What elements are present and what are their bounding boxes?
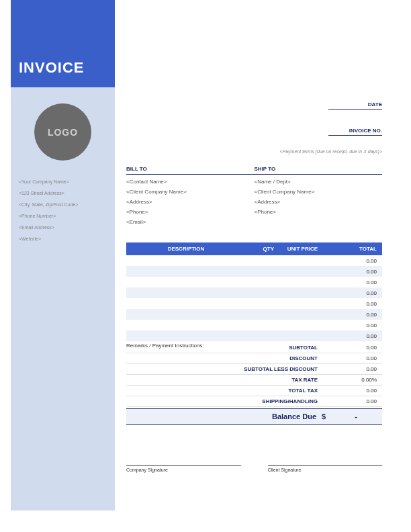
- company-info: <Your Company Name> <123 Street Address>…: [11, 179, 115, 241]
- tax-rate-label: TAX RATE: [126, 377, 322, 383]
- table-row: 0.00: [126, 330, 382, 341]
- table-row: 0.00: [126, 266, 382, 277]
- bill-to-phone: <Phone>: [126, 209, 255, 215]
- table-row: 0.00: [126, 309, 382, 320]
- company-signature: Company Signature: [126, 465, 241, 472]
- bill-to-company: <Client Company Name>: [126, 189, 255, 195]
- table-row: 0.00: [126, 298, 382, 309]
- balance-due-row: Balance Due $ -: [126, 408, 382, 425]
- invoice-header: INVOICE: [11, 0, 115, 87]
- cell-total: 0.00: [322, 301, 382, 307]
- subtotal-less-row: SUBTOTAL LESS DISCOUNT 0.00: [126, 364, 382, 375]
- logo-placeholder: LOGO: [34, 103, 91, 161]
- table-row: 0.00: [126, 255, 382, 266]
- company-phone: <Phone Number>: [19, 214, 115, 218]
- totals: SUBTOTAL 0.00 DISCOUNT 0.00 SUBTOTAL LES…: [126, 343, 382, 425]
- balance-label: Balance Due: [126, 412, 322, 420]
- table-header: DESCRIPTION QTY UNIT PRICE TOTAL: [126, 242, 382, 255]
- header-qty: QTY: [246, 246, 278, 252]
- company-name: <Your Company Name>: [19, 179, 115, 184]
- balance-value: -: [335, 412, 382, 420]
- balance-currency: $: [322, 412, 335, 420]
- cell-total: 0.00: [322, 333, 382, 339]
- items-table: DESCRIPTION QTY UNIT PRICE TOTAL 0.000.0…: [126, 242, 382, 341]
- header-description: DESCRIPTION: [126, 246, 246, 252]
- cell-total: 0.00: [322, 269, 382, 275]
- company-address: <123 Street Address>: [19, 191, 115, 195]
- bill-to-email: <Email>: [126, 219, 255, 225]
- company-city: <City, State, Zip/Post Code>: [19, 202, 115, 207]
- signatures: Company Signature Client Signature: [126, 465, 392, 472]
- table-row: 0.00: [126, 287, 382, 298]
- tax-rate-row: TAX RATE 0.00%: [126, 375, 382, 386]
- header-total: TOTAL: [322, 246, 382, 252]
- invoice-title: INVOICE: [19, 59, 84, 77]
- subtotal-less-label: SUBTOTAL LESS DISCOUNT: [126, 366, 322, 372]
- client-signature: Client Signature: [268, 465, 383, 472]
- subtotal-value: 0.00: [322, 345, 382, 351]
- total-tax-row: TOTAL TAX 0.00: [126, 386, 382, 396]
- shipping-value: 0.00: [322, 398, 382, 404]
- total-tax-label: TOTAL TAX: [126, 388, 322, 394]
- company-email: <Email Address>: [19, 225, 115, 230]
- cell-total: 0.00: [322, 290, 382, 296]
- shipping-label: SHIPPING/HANDLING: [126, 398, 322, 404]
- bill-to-title: BILL TO: [126, 166, 255, 175]
- addresses: BILL TO <Contact Name> <Client Company N…: [126, 166, 392, 229]
- ship-to-phone: <Phone>: [255, 209, 383, 215]
- cell-total: 0.00: [322, 322, 382, 328]
- invoice-no-label: INVOICE NO.: [328, 128, 382, 136]
- discount-row: DISCOUNT 0.00: [126, 353, 382, 364]
- ship-to: SHIP TO <Name / Dept> <Client Company Na…: [255, 166, 383, 229]
- header-unit-price: UNIT PRICE: [278, 246, 322, 252]
- discount-label: DISCOUNT: [126, 355, 322, 361]
- main-content: DATE INVOICE NO. <Payment terms (due on …: [126, 0, 392, 472]
- bill-to-contact: <Contact Name>: [126, 179, 255, 185]
- tax-rate-value: 0.00%: [322, 377, 382, 383]
- bill-to-address: <Address>: [126, 199, 255, 205]
- sidebar: INVOICE LOGO <Your Company Name> <123 St…: [11, 0, 115, 511]
- shipping-row: SHIPPING/HANDLING 0.00: [126, 396, 382, 407]
- company-website: <Website>: [19, 236, 115, 241]
- cell-total: 0.00: [322, 312, 382, 318]
- payment-terms: <Payment terms (due on receipt, due in X…: [126, 149, 392, 154]
- ship-to-name: <Name / Dept>: [255, 179, 383, 185]
- subtotal-less-value: 0.00: [322, 366, 382, 372]
- remarks-label: Remarks / Payment Instructions:: [126, 343, 204, 349]
- ship-to-title: SHIP TO: [255, 166, 383, 175]
- discount-value: 0.00: [322, 355, 382, 361]
- date-label: DATE: [328, 101, 382, 109]
- invoice-meta: DATE INVOICE NO.: [126, 97, 392, 136]
- cell-total: 0.00: [322, 279, 382, 285]
- table-row: 0.00: [126, 277, 382, 287]
- total-tax-value: 0.00: [322, 388, 382, 394]
- cell-total: 0.00: [322, 258, 382, 264]
- bill-to: BILL TO <Contact Name> <Client Company N…: [126, 166, 255, 229]
- ship-to-company: <Client Company Name>: [255, 189, 383, 195]
- ship-to-address: <Address>: [255, 199, 383, 205]
- table-row: 0.00: [126, 320, 382, 330]
